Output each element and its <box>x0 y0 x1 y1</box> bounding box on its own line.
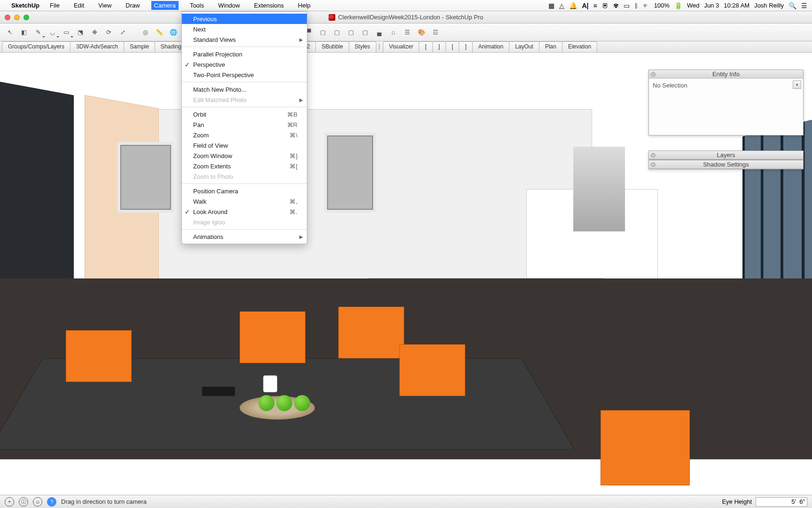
panel-header[interactable]: Entity Info <box>649 70 803 79</box>
menu-item-position-camera[interactable]: Position Camera <box>182 186 307 196</box>
menu-draw[interactable]: Draw <box>123 1 142 10</box>
stoplight-icon[interactable]: ▦ <box>548 2 554 9</box>
offset-icon[interactable]: ◎ <box>139 26 151 39</box>
rect-icon[interactable]: ▭ <box>60 26 72 39</box>
rotate-icon[interactable]: ⟳ <box>102 26 115 39</box>
left-icon[interactable]: ▢ <box>359 26 371 39</box>
zoom-button[interactable] <box>23 15 29 20</box>
help-icon[interactable]: ? <box>47 497 56 507</box>
bottom-icon[interactable]: ▄ <box>373 26 385 39</box>
scene-tab[interactable]: Styles <box>349 41 376 52</box>
tape-icon[interactable]: 📏 <box>153 26 165 39</box>
app-name[interactable]: SketchUp <box>11 2 39 9</box>
styles-icon[interactable]: 🎨 <box>415 26 428 39</box>
scene-tab[interactable]: [ <box>419 41 432 52</box>
menu-item-field-of-view[interactable]: Field of View <box>182 140 307 151</box>
menu-camera[interactable]: Camera <box>151 1 179 10</box>
drive-icon[interactable]: △ <box>559 2 564 9</box>
battery-icon[interactable]: 🔋 <box>674 2 682 9</box>
geo-icon[interactable]: ⌖ <box>5 497 14 507</box>
battery-pct[interactable]: 100% <box>654 2 670 9</box>
menu-item-previous[interactable]: Previous <box>182 14 307 24</box>
menu-item-pan[interactable]: Pan⌘R <box>182 119 307 130</box>
menu-item-look-around[interactable]: ✓Look Around⌘. <box>182 206 307 217</box>
panel-close-icon[interactable] <box>651 72 656 77</box>
orbit-icon[interactable]: 🌐 <box>167 26 180 39</box>
bell-icon[interactable]: 🔔 <box>569 2 577 9</box>
menu-help[interactable]: Help <box>295 1 313 10</box>
wifi-icon[interactable]: ᯤ <box>643 2 649 9</box>
scene-tab[interactable]: [ <box>445 41 459 52</box>
menu-icon[interactable]: ≡ <box>593 2 597 9</box>
layers-icon[interactable]: ☰ <box>401 26 414 39</box>
scene-tab[interactable]: Plan <box>539 41 562 52</box>
scene-tab[interactable]: 3DW-AdvSearch <box>70 41 124 52</box>
house-icon[interactable]: ⌂ <box>387 26 399 39</box>
right-icon[interactable]: ▢ <box>331 26 343 39</box>
scene-tab[interactable]: LayOut <box>509 41 539 52</box>
panel-expand-button[interactable]: ▾ <box>793 80 801 89</box>
evernote-icon[interactable]: ✾ <box>613 2 619 9</box>
panel-close-icon[interactable] <box>651 162 656 167</box>
adobe-icon[interactable]: A| <box>582 2 588 9</box>
eraser-icon[interactable]: ◧ <box>18 26 30 39</box>
scene-tab[interactable]: ] <box>459 41 472 52</box>
list-icon[interactable]: ☰ <box>801 2 807 9</box>
menu-item-zoom-extents[interactable]: Zoom Extents⌘[ <box>182 161 307 171</box>
menu-item-two-point-perspective[interactable]: Two-Point Perspective <box>182 70 307 80</box>
menu-item-walk[interactable]: Walk⌘, <box>182 196 307 206</box>
person-icon[interactable]: ☺ <box>33 497 42 507</box>
credits-icon[interactable]: ⓘ <box>19 497 28 507</box>
minimize-button[interactable] <box>14 15 20 20</box>
scene-tab[interactable]: Visualizer <box>383 41 420 52</box>
menu-file[interactable]: File <box>47 1 62 10</box>
scene-tab[interactable]: Animation <box>472 41 509 52</box>
menu-item-perspective[interactable]: ✓Perspective <box>182 59 307 70</box>
entity-info-panel[interactable]: Entity Info No Selection ▾ <box>648 70 804 135</box>
menu-view[interactable]: View <box>95 1 114 10</box>
menu-item-animations[interactable]: Animations▶ <box>182 231 307 242</box>
clock-time[interactable]: 10:28 AM <box>724 2 750 9</box>
viewport[interactable]: Entity Info No Selection ▾ Layers Shadow… <box>0 53 812 495</box>
shield-icon[interactable]: ⛨ <box>602 2 609 9</box>
layers-panel[interactable]: Layers <box>648 151 804 160</box>
panel-header[interactable]: Layers <box>649 151 803 159</box>
close-button[interactable] <box>5 15 10 20</box>
bluetooth-icon[interactable]: ᛒ <box>634 2 638 9</box>
menu-extensions[interactable]: Extensions <box>251 1 287 10</box>
measure-input[interactable] <box>756 497 807 507</box>
menu-window[interactable]: Window <box>215 1 242 10</box>
search-icon[interactable]: 🔍 <box>789 2 796 9</box>
camera-menu[interactable]: PreviousNextStandard Views▶Parallel Proj… <box>181 11 307 244</box>
panel-close-icon[interactable] <box>651 153 656 158</box>
outliner-icon[interactable]: ☲ <box>429 26 442 39</box>
menu-item-match-new-photo-[interactable]: Match New Photo... <box>182 84 307 95</box>
pencil-icon[interactable]: ✎ <box>32 26 44 39</box>
scene-tab[interactable]: SBubble <box>315 41 349 52</box>
select-icon[interactable]: ↖ <box>4 26 16 39</box>
menu-item-zoom-window[interactable]: Zoom Window⌘] <box>182 151 307 161</box>
display-icon[interactable]: ▭ <box>624 2 630 9</box>
pushpull-icon[interactable]: ⬔ <box>74 26 86 39</box>
scene-tab[interactable]: ] <box>432 41 446 52</box>
scale-icon[interactable]: ⤢ <box>117 26 129 39</box>
shadow-settings-panel[interactable]: Shadow Settings <box>648 160 804 169</box>
clock-day[interactable]: Wed <box>687 2 700 9</box>
menu-tools[interactable]: Tools <box>187 1 207 10</box>
back-icon[interactable]: ▢ <box>345 26 357 39</box>
menu-item-orbit[interactable]: Orbit⌘B <box>182 109 307 119</box>
menu-item-next[interactable]: Next <box>182 24 307 34</box>
menu-edit[interactable]: Edit <box>71 1 87 10</box>
menu-item-parallel-projection[interactable]: Parallel Projection <box>182 49 307 59</box>
scene-tab[interactable]: Sample <box>124 41 155 52</box>
clock-date[interactable]: Jun 3 <box>704 2 719 9</box>
menu-item-zoom[interactable]: Zoom⌘\ <box>182 130 307 140</box>
front-icon[interactable]: ▢ <box>317 26 329 39</box>
scene-tab[interactable]: Groups/Comps/Layers <box>2 41 70 52</box>
menu-item-standard-views[interactable]: Standard Views▶ <box>182 34 307 45</box>
arc-icon[interactable]: ◡ <box>46 26 58 39</box>
panel-header[interactable]: Shadow Settings <box>649 160 803 169</box>
user-name[interactable]: Josh Reilly <box>754 2 784 9</box>
move-icon[interactable]: ✥ <box>88 26 101 39</box>
scene-tab[interactable]: Elevation <box>562 41 597 52</box>
